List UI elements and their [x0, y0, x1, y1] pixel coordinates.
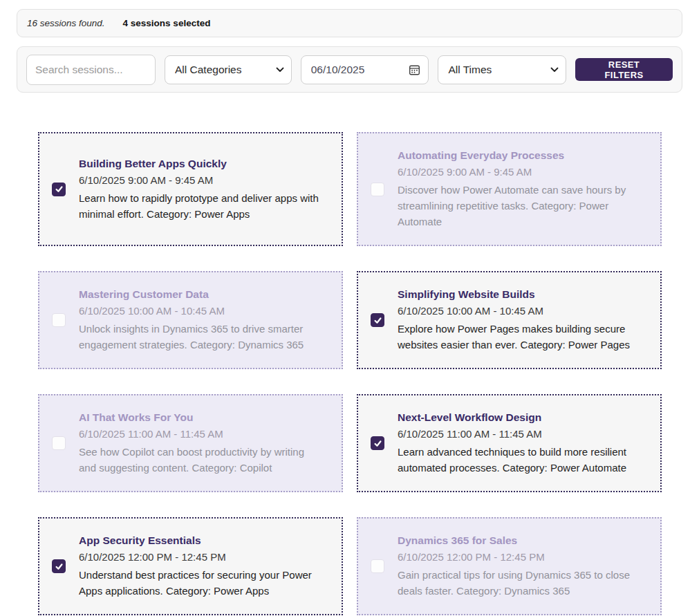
session-card[interactable]: Mastering Customer Data 6/10/2025 10:00 … — [38, 271, 343, 369]
time-select[interactable]: All Times — [438, 55, 566, 84]
session-card-content: Simplifying Website Builds 6/10/2025 10:… — [398, 288, 641, 353]
sessions-selected-text: 4 sessions selected — [123, 18, 211, 28]
session-time: 6/10/2025 10:00 AM - 10:45 AM — [398, 304, 641, 319]
session-description: Explore how Power Pages makes building s… — [398, 321, 641, 353]
session-checkbox[interactable] — [371, 436, 384, 450]
session-checkbox[interactable] — [52, 559, 66, 573]
session-description: Learn how to rapidly prototype and deliv… — [79, 190, 322, 222]
category-select-wrapper: All Categories — [165, 55, 292, 84]
category-select[interactable]: All Categories — [165, 55, 292, 84]
session-time: 6/10/2025 9:00 AM - 9:45 AM — [79, 173, 322, 188]
session-title: Simplifying Website Builds — [398, 288, 641, 301]
session-card-content: Building Better Apps Quickly 6/10/2025 9… — [79, 157, 322, 222]
session-time: 6/10/2025 11:00 AM - 11:45 AM — [79, 427, 322, 442]
session-title: AI That Works For You — [79, 411, 322, 424]
session-title: App Security Essentials — [79, 534, 322, 548]
session-grid: Building Better Apps Quickly 6/10/2025 9… — [38, 132, 662, 615]
checkmark-icon — [373, 439, 382, 448]
sessions-found-text: 16 sessions found. — [27, 18, 105, 28]
session-description: Understand best practices for securing y… — [79, 567, 322, 599]
session-title: Dynamics 365 for Sales — [398, 534, 641, 548]
session-description: Learn advanced techniques to build more … — [398, 444, 641, 476]
filter-bar: All Categories All Times RESET FI — [17, 46, 682, 93]
session-checkbox[interactable] — [52, 183, 66, 196]
time-select-wrapper: All Times — [438, 55, 566, 84]
session-time: 6/10/2025 9:00 AM - 9:45 AM — [398, 165, 641, 180]
session-card[interactable]: App Security Essentials 6/10/2025 12:00 … — [38, 517, 343, 615]
session-checkbox[interactable] — [52, 436, 66, 450]
session-title: Automating Everyday Processes — [398, 149, 641, 162]
session-card-content: Automating Everyday Processes 6/10/2025 … — [398, 149, 641, 230]
session-card[interactable]: AI That Works For You 6/10/2025 11:00 AM… — [38, 394, 343, 492]
session-card-content: AI That Works For You 6/10/2025 11:00 AM… — [79, 411, 322, 476]
checkmark-icon — [55, 185, 64, 194]
date-input-wrapper — [301, 55, 429, 84]
session-checkbox[interactable] — [371, 313, 384, 327]
reset-filters-button[interactable]: RESET FILTERS — [575, 58, 673, 81]
session-time: 6/10/2025 10:00 AM - 10:45 AM — [79, 304, 322, 319]
session-time: 6/10/2025 12:00 PM - 12:45 PM — [79, 550, 322, 565]
session-checkbox[interactable] — [52, 313, 66, 327]
session-time: 6/10/2025 11:00 AM - 11:45 AM — [398, 427, 641, 442]
session-card-content: App Security Essentials 6/10/2025 12:00 … — [79, 534, 322, 599]
session-title: Building Better Apps Quickly — [79, 157, 322, 171]
session-title: Mastering Customer Data — [79, 288, 322, 301]
session-card[interactable]: Automating Everyday Processes 6/10/2025 … — [357, 132, 662, 246]
session-card[interactable]: Dynamics 365 for Sales 6/10/2025 12:00 P… — [357, 517, 662, 615]
session-title: Next-Level Workflow Design — [398, 411, 641, 424]
checkmark-icon — [55, 562, 64, 571]
session-card[interactable]: Next-Level Workflow Design 6/10/2025 11:… — [357, 394, 662, 492]
session-description: Gain practical tips for using Dynamics 3… — [398, 567, 641, 599]
session-card-content: Dynamics 365 for Sales 6/10/2025 12:00 P… — [398, 534, 641, 599]
session-time: 6/10/2025 12:00 PM - 12:45 PM — [398, 550, 641, 565]
status-bar: 16 sessions found. 4 sessions selected — [17, 9, 682, 37]
session-description: Unlock insights in Dynamics 365 to drive… — [79, 321, 322, 353]
session-card-content: Mastering Customer Data 6/10/2025 10:00 … — [79, 288, 322, 353]
calendar-icon[interactable] — [409, 64, 420, 75]
session-checkbox[interactable] — [371, 183, 384, 196]
session-card[interactable]: Building Better Apps Quickly 6/10/2025 9… — [38, 132, 343, 246]
session-description: See how Copilot can boost productivity b… — [79, 444, 322, 476]
session-card-content: Next-Level Workflow Design 6/10/2025 11:… — [398, 411, 641, 476]
session-card[interactable]: Simplifying Website Builds 6/10/2025 10:… — [357, 271, 662, 369]
search-input[interactable] — [26, 55, 156, 85]
session-checkbox[interactable] — [371, 559, 384, 573]
checkmark-icon — [373, 316, 382, 325]
session-description: Discover how Power Automate can save hou… — [398, 182, 641, 230]
